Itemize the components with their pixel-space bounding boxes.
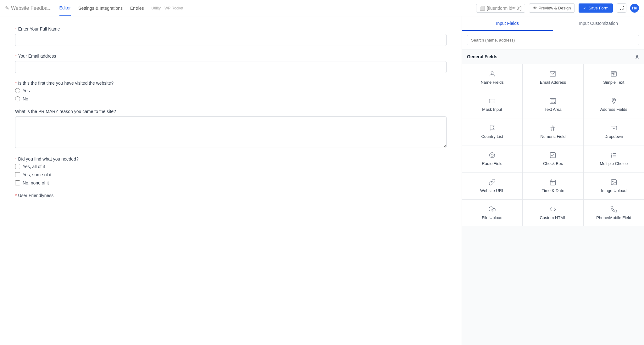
primary-reason-textarea[interactable] [15,116,447,148]
svg-point-22 [491,154,493,156]
radio-group-first-visit: Yes No [15,88,447,101]
textarea-icon [549,98,556,105]
checkbox-icon [549,152,556,159]
field-card-name-fields[interactable]: Name Fields [462,64,522,91]
field-group-user-friendlyness: * User Friendlyness [15,193,447,198]
svg-point-0 [491,72,493,74]
field-card-check-box[interactable]: Check Box [523,145,583,172]
field-card-file-upload[interactable]: File Upload [462,200,522,226]
person-icon [489,71,496,77]
svg-rect-28 [611,155,612,156]
field-group-full-name: * Enter Your Full Name [15,26,447,46]
panel-search [462,31,644,49]
flag-icon [489,125,496,132]
field-label-first-visit: * Is this the first time you have visite… [15,81,447,86]
shortcode-box[interactable]: ⬜ [fluentform id="3"] [476,4,525,13]
svg-point-14 [613,99,614,101]
checkbox-yes-all-input[interactable] [15,164,20,169]
svg-point-21 [490,153,495,158]
tab-entries[interactable]: Entries [130,1,144,16]
chevron-up-icon[interactable]: ∧ [635,53,639,60]
tab-input-customization[interactable]: Input Customization [553,16,644,31]
preview-button[interactable]: 👁 Preview & Design [529,3,575,13]
dropdown-icon [610,125,617,132]
svg-rect-30 [550,180,556,185]
checkbox-no-none[interactable]: No, none of it [15,180,447,185]
field-card-dropdown[interactable]: Dropdown [584,118,644,145]
field-card-address-fields[interactable]: Address Fields [584,91,644,118]
field-card-image-upload[interactable]: Image Upload [584,172,644,199]
hash-icon [549,125,556,132]
field-card-email-address[interactable]: Email Address [523,64,583,91]
image-icon [610,179,617,186]
svg-rect-29 [611,156,612,157]
field-label-full-name: * Enter Your Full Name [15,26,447,31]
radio-yes-input[interactable] [15,88,20,93]
svg-rect-20 [611,126,617,130]
svg-point-37 [612,181,613,182]
checkbox-group-find-needed: Yes, all of it Yes, some of it No, none … [15,164,447,185]
checkbox-no-none-input[interactable] [15,180,20,185]
svg-line-18 [552,126,552,131]
field-card-text-area[interactable]: Text Area [523,91,583,118]
text-icon: T [610,71,617,77]
radio-yes[interactable]: Yes [15,88,447,93]
email-icon [549,71,556,77]
field-card-numeric-field[interactable]: Numeric Field [523,118,583,145]
tab-editor[interactable]: Editor [59,0,71,16]
section-header-general: General Fields ∧ [462,49,644,64]
radio-no[interactable]: No [15,96,447,101]
field-label-primary-reason: What is the PRIMARY reason you came to t… [15,109,447,114]
field-group-find-needed: * Did you find what you needed? Yes, all… [15,156,447,185]
avatar[interactable]: He [630,4,639,13]
mask-icon [489,98,496,105]
expand-button[interactable]: ⛶ [617,3,626,13]
top-navigation: ✎ Website Feedba... Editor Settings & In… [0,0,644,16]
fields-grid: Name Fields Email Address T Simple Text [462,64,644,226]
address-icon [610,98,617,105]
field-card-website-url[interactable]: Website URL [462,172,522,199]
field-card-country-list[interactable]: Country List [462,118,522,145]
email-input[interactable] [15,61,447,73]
svg-rect-27 [611,153,612,154]
search-input[interactable] [467,35,639,45]
field-group-first-visit: * Is this the first time you have visite… [15,81,447,101]
field-card-simple-text[interactable]: T Simple Text [584,64,644,91]
radio-icon [489,152,496,159]
field-card-phone-mobile[interactable]: Phone/Mobile Field [584,200,644,226]
tab-settings[interactable]: Settings & Integrations [78,1,123,16]
code-icon [549,206,556,213]
field-card-radio-field[interactable]: Radio Field [462,145,522,172]
tab-input-fields[interactable]: Input Fields [462,16,553,31]
svg-text:T: T [613,74,615,76]
link-icon [489,179,496,186]
field-card-mask-input[interactable]: Mask Input [462,91,522,118]
field-label-email: * Your Email address [15,54,447,59]
site-title: ✎ Website Feedba... [5,5,52,11]
field-card-multiple-choice[interactable]: Multiple Choice [584,145,644,172]
field-card-time-date[interactable]: Time & Date [523,172,583,199]
phone-icon [610,206,617,213]
field-group-primary-reason: What is the PRIMARY reason you came to t… [15,109,447,149]
field-card-custom-html[interactable]: Custom HTML [523,200,583,226]
right-panel: Input Fields Input Customization General… [462,16,644,345]
checkbox-yes-some-input[interactable] [15,172,20,177]
field-label-find-needed: * Did you find what you needed? [15,156,447,161]
plugin-bar: Utility WP Rocket [152,6,183,10]
field-label-user-friendlyness: * User Friendlyness [15,193,447,198]
radio-no-input[interactable] [15,96,20,101]
calendar-icon [549,179,556,186]
checkbox-yes-all[interactable]: Yes, all of it [15,164,447,169]
list-icon [610,152,617,159]
svg-line-19 [553,126,554,131]
main-layout: * Enter Your Full Name * Your Email addr… [0,16,644,345]
upload-icon [489,206,496,213]
field-group-email: * Your Email address [15,54,447,73]
full-name-input[interactable] [15,34,447,46]
panel-tabs: Input Fields Input Customization [462,16,644,31]
checkbox-yes-some[interactable]: Yes, some of it [15,172,447,177]
form-editor: * Enter Your Full Name * Your Email addr… [0,16,462,345]
save-button[interactable]: ✓ Save Form [579,3,613,13]
